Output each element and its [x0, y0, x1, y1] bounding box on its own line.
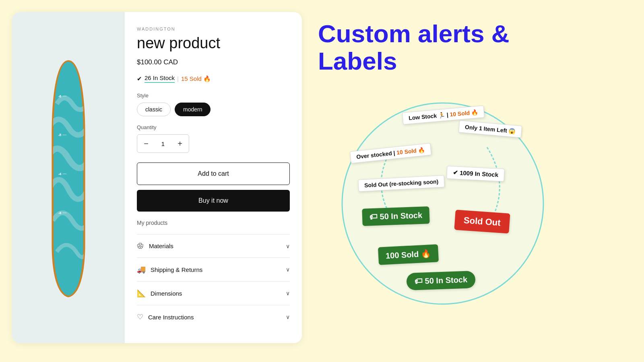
label-100-sold: 100 Sold 🔥 [378, 245, 439, 265]
product-card: -6 -5 -4 -3 WADDINGTON new product $100.… [12, 12, 302, 343]
stock-count: 26 In Stock [144, 74, 175, 83]
label-over-stocked: Over stocked | 10 Sold 🔥 [350, 143, 431, 164]
stock-divider: | [177, 75, 179, 82]
product-price: $100.00 CAD [137, 58, 290, 66]
svg-text:-6: -6 [58, 94, 61, 98]
quantity-label: Quantity [137, 124, 290, 130]
chevron-down-icon: ∨ [286, 314, 290, 320]
shipping-label: Shipping & Returns [151, 266, 202, 273]
product-details: WADDINGTON new product $100.00 CAD ✔ 26 … [125, 12, 302, 343]
label-sold-out-red: Sold Out [454, 210, 510, 234]
chevron-down-icon: ∨ [286, 290, 290, 296]
quantity-increase-button[interactable]: + [171, 135, 189, 152]
accordion-shipping[interactable]: 🚚 Shipping & Returns ∨ [137, 257, 290, 281]
svg-text:-3: -3 [58, 211, 61, 215]
label-1009-in-stock: ✔ 1009 In Stock [446, 166, 505, 182]
add-to-cart-button[interactable]: Add to cart [137, 162, 290, 185]
chevron-down-icon: ∨ [286, 243, 290, 249]
checkmark-icon: ✔ [137, 75, 142, 82]
label-50-in-stock-box: 🏷 50 In Stock [362, 206, 430, 226]
care-label: Care Instructions [148, 314, 194, 321]
label-sold-out-restock: Sold Out (re-stocking soon) [358, 175, 445, 192]
headline: Custom alerts & Labels [318, 20, 632, 75]
accordion-dimensions[interactable]: 📐 Dimensions ∨ [137, 281, 290, 305]
sold-count: 15 Sold 🔥 [181, 75, 211, 82]
style-modern-button[interactable]: modern [175, 103, 211, 116]
materials-label: Materials [149, 243, 173, 249]
style-classic-button[interactable]: classic [137, 103, 171, 116]
accordion-care[interactable]: ♡ Care Instructions ∨ [137, 305, 290, 329]
right-panel: Custom alerts & Labels Low Stock 🏃 | 10 … [318, 12, 632, 312]
stock-info: ✔ 26 In Stock | 15 Sold 🔥 [137, 74, 290, 83]
style-options: classic modern [137, 103, 290, 116]
labels-circle-container: Low Stock 🏃 | 10 Sold 🔥 Over stocked | 1… [318, 87, 559, 312]
dimensions-label: Dimensions [151, 290, 182, 297]
style-label: Style [137, 93, 290, 99]
product-title: new product [137, 35, 290, 52]
surfboard-image: -6 -5 -4 -3 [44, 57, 93, 298]
svg-text:-5: -5 [58, 133, 61, 137]
quantity-decrease-button[interactable]: − [137, 135, 155, 152]
quantity-control: − 1 + [137, 134, 189, 153]
chevron-down-icon: ∨ [286, 266, 290, 273]
headline-line1: Custom alerts & [318, 20, 509, 47]
label-only-1: Only 1 Item Left 😱 [458, 121, 522, 138]
dimensions-icon: 📐 [137, 289, 146, 298]
care-icon: ♡ [137, 313, 143, 321]
materials-icon: 🏵 [137, 242, 144, 250]
quantity-value: 1 [155, 140, 171, 147]
main-container: -6 -5 -4 -3 WADDINGTON new product $100.… [12, 12, 632, 350]
shipping-icon: 🚚 [137, 265, 146, 274]
headline-line2: Labels [318, 47, 397, 75]
accordion-materials[interactable]: 🏵 Materials ∨ [137, 234, 290, 257]
product-image-area: -6 -5 -4 -3 [12, 12, 125, 343]
buy-now-button[interactable]: Buy it now [137, 190, 290, 212]
label-50-in-stock-pill: 🏷 50 In Stock [406, 271, 476, 290]
svg-text:-4: -4 [58, 172, 62, 176]
brand-name: WADDINGTON [137, 27, 290, 31]
my-products-label: My products [137, 220, 290, 226]
